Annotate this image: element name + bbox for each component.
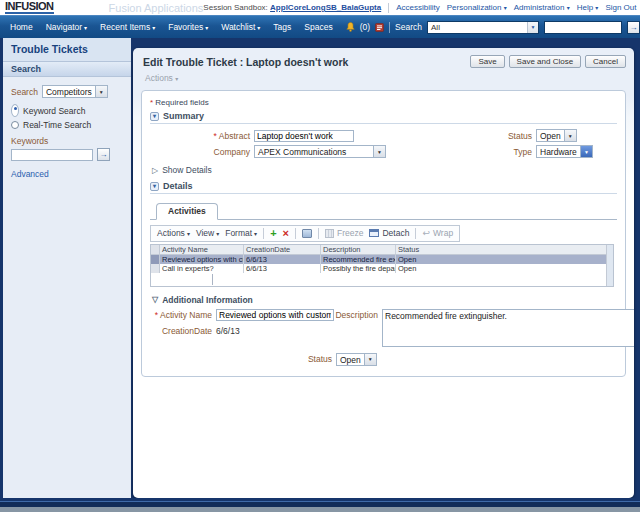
global-header-links: Session Sandbox: ApplCoreLongSB_BalaGupt… bbox=[203, 3, 640, 13]
column-header-creation-date[interactable]: CreationDate bbox=[244, 245, 321, 254]
nav-tags[interactable]: Tags bbox=[273, 22, 291, 32]
printer-icon[interactable] bbox=[302, 229, 312, 238]
chevron-down-icon: ▾ bbox=[152, 24, 155, 31]
advanced-search-link[interactable]: Advanced bbox=[11, 169, 123, 179]
delete-row-icon[interactable]: × bbox=[283, 228, 289, 238]
search-go-button[interactable]: → bbox=[627, 21, 640, 34]
activities-toolbar: Actions▾ View▾ Format▾ + × Freeze bbox=[150, 225, 460, 242]
table-header-row: Activity Name CreationDate Description S… bbox=[151, 245, 606, 255]
abstract-input[interactable] bbox=[254, 130, 354, 142]
nav-watchlist[interactable]: Watchlist▾ bbox=[221, 22, 260, 32]
summary-section-header[interactable]: ▾ Summary bbox=[150, 111, 617, 124]
help-menu[interactable]: Help ▾ bbox=[577, 3, 599, 12]
description-label: Description bbox=[334, 309, 378, 349]
nav-home[interactable]: Home bbox=[10, 22, 33, 32]
table-format-menu[interactable]: Format▾ bbox=[225, 228, 257, 238]
detach-icon bbox=[369, 229, 379, 237]
session-sandbox-label: Session Sandbox: bbox=[203, 3, 268, 12]
divider bbox=[415, 228, 416, 239]
alerts-count: (0) bbox=[360, 22, 370, 32]
column-header-status[interactable]: Status bbox=[396, 245, 606, 254]
column-header-description[interactable]: Description bbox=[321, 245, 396, 254]
description-textarea[interactable]: Recommended fire extinguisher. bbox=[382, 309, 634, 347]
global-search-input[interactable] bbox=[544, 21, 622, 34]
keywords-label: Keywords bbox=[11, 136, 123, 146]
vertical-scrollbar[interactable] bbox=[606, 245, 613, 286]
personalization-menu[interactable]: Personalization ▾ bbox=[447, 3, 507, 12]
radio-realtime-search[interactable]: Real-Time Search bbox=[11, 120, 123, 130]
wrap-button: ↩ Wrap bbox=[422, 228, 453, 238]
tab-activities[interactable]: Activities bbox=[156, 203, 218, 220]
nav-spaces[interactable]: Spaces bbox=[304, 22, 332, 32]
radio-button-icon bbox=[11, 121, 19, 129]
chevron-down-icon: ▾ bbox=[567, 5, 570, 11]
accessibility-link[interactable]: Accessibility bbox=[396, 3, 440, 12]
table-row[interactable]: Call in experts? 6/6/13 Possibly the fir… bbox=[151, 264, 606, 273]
sidebar: Trouble Tickets Search Search Competitor… bbox=[3, 38, 131, 498]
divider bbox=[389, 22, 390, 33]
horizontal-scrollbar[interactable] bbox=[151, 274, 213, 285]
window-footer bbox=[0, 498, 640, 512]
nav-favorites[interactable]: Favorites▾ bbox=[168, 22, 208, 32]
company-label: Company bbox=[150, 147, 250, 157]
abstract-label: * Abstract bbox=[150, 131, 250, 141]
sign-out-link[interactable]: Sign Out bbox=[605, 3, 636, 12]
global-header: INFUSION Fusion Applications Session San… bbox=[0, 0, 640, 15]
chevron-down-icon: ▼ bbox=[373, 146, 385, 157]
divider bbox=[388, 3, 389, 13]
wrap-icon: ↩ bbox=[422, 228, 430, 238]
global-search-label: Search bbox=[395, 22, 422, 32]
save-button[interactable]: Save bbox=[470, 55, 504, 68]
row-selector[interactable] bbox=[151, 264, 160, 273]
radio-keyword-search[interactable]: Keyword Search bbox=[11, 104, 123, 117]
table-actions-menu[interactable]: Actions▾ bbox=[157, 228, 190, 238]
collapse-icon: ▾ bbox=[150, 182, 159, 191]
chevron-down-icon: ▾ bbox=[84, 24, 87, 31]
expand-down-icon: ▽ bbox=[152, 295, 158, 304]
save-and-close-button[interactable]: Save and Close bbox=[509, 55, 581, 68]
table-row[interactable]: Reviewed options with customer 6/6/13 Re… bbox=[151, 255, 606, 264]
divider bbox=[318, 228, 319, 239]
navbar-right-tools: (0) Search All ▼ → bbox=[346, 21, 640, 34]
search-scope-dropdown[interactable]: Competitors ▼ bbox=[42, 85, 108, 98]
details-section-header[interactable]: ▾ Details bbox=[150, 181, 617, 194]
details-tab-strip: Activities bbox=[150, 199, 617, 220]
freeze-icon bbox=[325, 229, 334, 238]
chevron-down-icon: ▾ bbox=[254, 230, 257, 237]
chevron-down-icon: ▼ bbox=[95, 86, 107, 97]
activity-status-select[interactable]: Open ▼ bbox=[336, 353, 377, 366]
additional-info-header[interactable]: ▽ Additional Information bbox=[152, 295, 617, 305]
alerts-bell-icon[interactable] bbox=[346, 22, 355, 32]
content-region: Trouble Tickets Search Search Competitor… bbox=[3, 38, 634, 498]
keywords-input[interactable] bbox=[11, 149, 93, 161]
activity-name-input[interactable] bbox=[216, 309, 334, 321]
status-label: Status bbox=[480, 131, 532, 141]
search-scope-select[interactable]: All ▼ bbox=[427, 21, 539, 34]
cancel-button[interactable]: Cancel bbox=[585, 55, 626, 68]
status-select[interactable]: Open ▼ bbox=[536, 129, 577, 142]
show-details-toggle[interactable]: ▷ Show Details bbox=[152, 165, 617, 175]
main-navbar: Home Navigator▾ Recent Items▾ Favorites▾… bbox=[0, 15, 640, 38]
company-select[interactable]: APEX Communications ▼ bbox=[254, 145, 386, 158]
column-header-activity-name[interactable]: Activity Name bbox=[160, 245, 244, 254]
keywords-go-button[interactable]: → bbox=[97, 148, 110, 161]
table-view-menu[interactable]: View▾ bbox=[196, 228, 219, 238]
add-row-icon[interactable]: + bbox=[270, 228, 276, 238]
detach-button[interactable]: Detach bbox=[369, 228, 409, 238]
type-select[interactable]: Hardware ▼ bbox=[536, 145, 593, 158]
search-scope-label: Search bbox=[11, 87, 38, 97]
session-sandbox: Session Sandbox: ApplCoreLongSB_BalaGupt… bbox=[203, 3, 381, 12]
row-selector-header bbox=[151, 245, 160, 254]
activity-name-label: * Activity Name bbox=[150, 310, 212, 320]
main-panel: Edit Trouble Ticket : Laptop doesn't wor… bbox=[133, 48, 634, 498]
session-sandbox-link[interactable]: ApplCoreLongSB_BalaGupta bbox=[270, 3, 381, 12]
administration-menu[interactable]: Administration ▾ bbox=[514, 3, 570, 12]
chevron-down-icon: ▾ bbox=[257, 24, 260, 31]
worklist-icon[interactable] bbox=[375, 23, 384, 32]
nav-recent-items[interactable]: Recent Items▾ bbox=[100, 22, 155, 32]
infusion-logo: INFUSION bbox=[5, 1, 54, 14]
row-selector[interactable] bbox=[151, 255, 160, 264]
actions-menu[interactable]: Actions ▾ bbox=[133, 68, 634, 90]
nav-navigator[interactable]: Navigator▾ bbox=[46, 22, 87, 32]
sidebar-search-panel-header[interactable]: Search bbox=[3, 61, 131, 77]
